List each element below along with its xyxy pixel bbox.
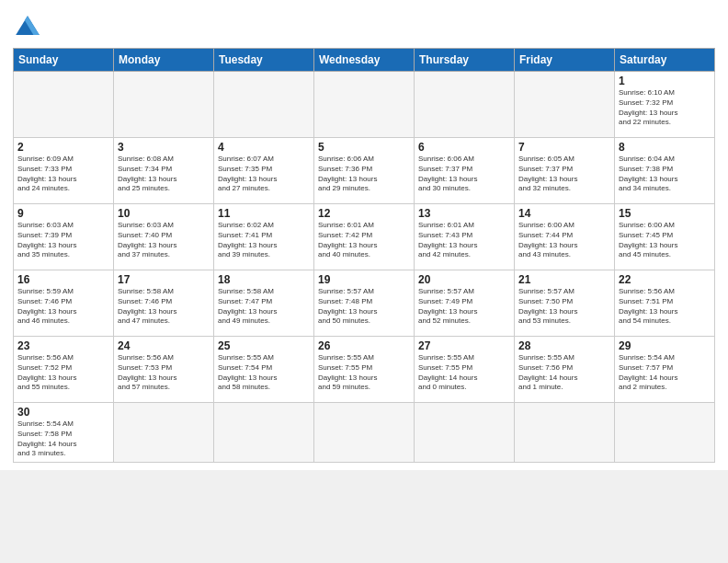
day-number: 21 <box>518 273 610 286</box>
calendar-cell: 27Sunrise: 5:55 AMSunset: 7:55 PMDayligh… <box>415 337 515 403</box>
day-info: Sunrise: 5:57 AMSunset: 7:48 PMDaylight:… <box>318 287 410 327</box>
calendar-cell: 13Sunrise: 6:01 AMSunset: 7:43 PMDayligh… <box>415 204 515 270</box>
day-info: Sunrise: 5:58 AMSunset: 7:47 PMDaylight:… <box>218 287 310 327</box>
calendar-cell <box>314 403 415 463</box>
day-number: 16 <box>17 273 109 286</box>
calendar-week-1: 1Sunrise: 6:10 AMSunset: 7:32 PMDaylight… <box>14 72 715 138</box>
day-number: 10 <box>118 207 210 220</box>
calendar-cell: 16Sunrise: 5:59 AMSunset: 7:46 PMDayligh… <box>14 270 114 337</box>
day-info: Sunrise: 5:55 AMSunset: 7:55 PMDaylight:… <box>318 353 410 393</box>
calendar-cell: 7Sunrise: 6:05 AMSunset: 7:37 PMDaylight… <box>515 138 615 204</box>
calendar-cell: 22Sunrise: 5:56 AMSunset: 7:51 PMDayligh… <box>615 270 715 337</box>
day-info: Sunrise: 5:58 AMSunset: 7:46 PMDaylight:… <box>118 287 210 327</box>
day-info: Sunrise: 6:03 AMSunset: 7:40 PMDaylight:… <box>118 221 210 260</box>
day-number: 5 <box>318 141 410 154</box>
logo-icon <box>13 13 42 42</box>
calendar-cell: 3Sunrise: 6:08 AMSunset: 7:34 PMDaylight… <box>114 138 214 204</box>
day-number: 25 <box>218 339 310 352</box>
calendar-cell <box>14 72 114 138</box>
day-info: Sunrise: 6:00 AMSunset: 7:44 PMDaylight:… <box>518 221 610 260</box>
day-info: Sunrise: 5:59 AMSunset: 7:46 PMDaylight:… <box>17 287 109 327</box>
calendar-cell <box>114 403 214 463</box>
weekday-header-friday: Friday <box>515 49 615 72</box>
day-number: 13 <box>418 207 510 220</box>
calendar-cell: 17Sunrise: 5:58 AMSunset: 7:46 PMDayligh… <box>114 270 214 337</box>
calendar-cell: 18Sunrise: 5:58 AMSunset: 7:47 PMDayligh… <box>214 270 314 337</box>
day-number: 7 <box>518 141 610 154</box>
day-number: 26 <box>318 339 410 352</box>
calendar-cell: 24Sunrise: 5:56 AMSunset: 7:53 PMDayligh… <box>114 337 214 403</box>
calendar-cell <box>314 72 415 138</box>
calendar-cell: 29Sunrise: 5:54 AMSunset: 7:57 PMDayligh… <box>615 337 715 403</box>
day-number: 1 <box>619 75 711 87</box>
day-info: Sunrise: 6:01 AMSunset: 7:42 PMDaylight:… <box>318 221 410 260</box>
calendar-cell: 15Sunrise: 6:00 AMSunset: 7:45 PMDayligh… <box>615 204 715 270</box>
day-info: Sunrise: 6:06 AMSunset: 7:36 PMDaylight:… <box>318 155 410 194</box>
day-info: Sunrise: 6:00 AMSunset: 7:45 PMDaylight:… <box>619 221 711 260</box>
calendar-week-2: 2Sunrise: 6:09 AMSunset: 7:33 PMDaylight… <box>14 138 715 204</box>
day-number: 8 <box>619 141 711 154</box>
calendar-cell <box>415 72 515 138</box>
calendar-cell <box>415 403 515 463</box>
day-info: Sunrise: 6:10 AMSunset: 7:32 PMDaylight:… <box>619 88 711 128</box>
calendar-cell <box>615 403 715 463</box>
day-info: Sunrise: 5:55 AMSunset: 7:55 PMDaylight:… <box>418 353 510 393</box>
calendar-cell: 19Sunrise: 5:57 AMSunset: 7:48 PMDayligh… <box>314 270 415 337</box>
day-info: Sunrise: 6:05 AMSunset: 7:37 PMDaylight:… <box>518 155 610 194</box>
day-number: 14 <box>518 207 610 220</box>
weekday-header-wednesday: Wednesday <box>314 49 415 72</box>
day-number: 11 <box>218 207 310 220</box>
calendar-cell: 28Sunrise: 5:55 AMSunset: 7:56 PMDayligh… <box>515 337 615 403</box>
day-info: Sunrise: 6:07 AMSunset: 7:35 PMDaylight:… <box>218 155 310 194</box>
calendar-cell: 21Sunrise: 5:57 AMSunset: 7:50 PMDayligh… <box>515 270 615 337</box>
day-info: Sunrise: 6:09 AMSunset: 7:33 PMDaylight:… <box>17 155 109 194</box>
weekday-header-thursday: Thursday <box>415 49 515 72</box>
day-number: 18 <box>218 273 310 286</box>
weekday-header-monday: Monday <box>114 49 214 72</box>
day-number: 12 <box>318 207 410 220</box>
calendar-cell: 11Sunrise: 6:02 AMSunset: 7:41 PMDayligh… <box>214 204 314 270</box>
day-number: 29 <box>619 339 711 352</box>
calendar-week-5: 23Sunrise: 5:56 AMSunset: 7:52 PMDayligh… <box>14 337 715 403</box>
calendar-cell: 9Sunrise: 6:03 AMSunset: 7:39 PMDaylight… <box>14 204 114 270</box>
calendar-cell: 4Sunrise: 6:07 AMSunset: 7:35 PMDaylight… <box>214 138 314 204</box>
day-info: Sunrise: 6:04 AMSunset: 7:38 PMDaylight:… <box>619 155 711 194</box>
day-number: 2 <box>17 141 109 154</box>
day-number: 28 <box>518 339 610 352</box>
day-number: 4 <box>218 141 310 154</box>
calendar-cell: 12Sunrise: 6:01 AMSunset: 7:42 PMDayligh… <box>314 204 415 270</box>
day-number: 23 <box>17 339 109 352</box>
calendar-cell: 30Sunrise: 5:54 AMSunset: 7:58 PMDayligh… <box>14 403 114 463</box>
weekday-header-row: SundayMondayTuesdayWednesdayThursdayFrid… <box>14 49 715 72</box>
day-info: Sunrise: 5:54 AMSunset: 7:57 PMDaylight:… <box>619 353 711 393</box>
day-info: Sunrise: 5:56 AMSunset: 7:52 PMDaylight:… <box>17 353 109 393</box>
weekday-header-tuesday: Tuesday <box>214 49 314 72</box>
calendar-week-3: 9Sunrise: 6:03 AMSunset: 7:39 PMDaylight… <box>14 204 715 270</box>
calendar-week-6: 30Sunrise: 5:54 AMSunset: 7:58 PMDayligh… <box>14 403 715 463</box>
calendar-cell: 1Sunrise: 6:10 AMSunset: 7:32 PMDaylight… <box>615 72 715 138</box>
day-number: 6 <box>418 141 510 154</box>
day-info: Sunrise: 6:08 AMSunset: 7:34 PMDaylight:… <box>118 155 210 194</box>
calendar-week-4: 16Sunrise: 5:59 AMSunset: 7:46 PMDayligh… <box>14 270 715 337</box>
calendar-table: SundayMondayTuesdayWednesdayThursdayFrid… <box>13 48 715 463</box>
calendar-cell <box>214 72 314 138</box>
calendar-cell: 25Sunrise: 5:55 AMSunset: 7:54 PMDayligh… <box>214 337 314 403</box>
day-info: Sunrise: 5:55 AMSunset: 7:56 PMDaylight:… <box>518 353 610 393</box>
day-number: 3 <box>118 141 210 154</box>
calendar-cell <box>515 72 615 138</box>
calendar-cell <box>114 72 214 138</box>
calendar-cell: 10Sunrise: 6:03 AMSunset: 7:40 PMDayligh… <box>114 204 214 270</box>
day-info: Sunrise: 6:03 AMSunset: 7:39 PMDaylight:… <box>17 221 109 260</box>
day-info: Sunrise: 5:57 AMSunset: 7:49 PMDaylight:… <box>418 287 510 327</box>
calendar-cell: 2Sunrise: 6:09 AMSunset: 7:33 PMDaylight… <box>14 138 114 204</box>
page: SundayMondayTuesdayWednesdayThursdayFrid… <box>0 0 728 470</box>
calendar-cell: 8Sunrise: 6:04 AMSunset: 7:38 PMDaylight… <box>615 138 715 204</box>
calendar-cell: 6Sunrise: 6:06 AMSunset: 7:37 PMDaylight… <box>415 138 515 204</box>
calendar-cell <box>515 403 615 463</box>
day-info: Sunrise: 5:54 AMSunset: 7:58 PMDaylight:… <box>17 419 109 459</box>
day-info: Sunrise: 6:06 AMSunset: 7:37 PMDaylight:… <box>418 155 510 194</box>
day-number: 9 <box>17 207 109 220</box>
day-number: 22 <box>619 273 711 286</box>
calendar-cell <box>214 403 314 463</box>
day-number: 30 <box>17 406 109 419</box>
